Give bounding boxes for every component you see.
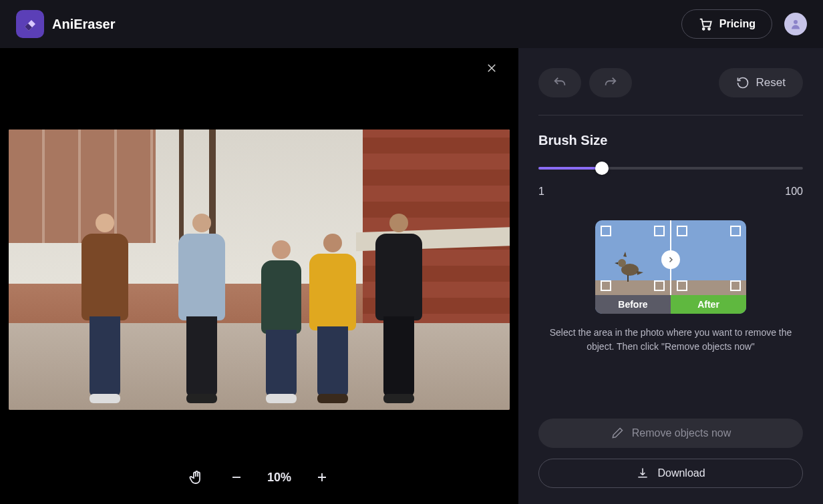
svg-point-4 bbox=[618, 259, 626, 267]
plus-icon bbox=[316, 471, 328, 483]
reset-icon bbox=[736, 76, 750, 89]
canvas-area: 10% bbox=[0, 48, 518, 504]
zoom-in-button[interactable] bbox=[313, 468, 331, 487]
before-label: Before bbox=[595, 295, 671, 314]
svg-rect-5 bbox=[627, 275, 629, 282]
download-icon bbox=[636, 467, 649, 480]
divider bbox=[538, 115, 803, 115]
redo-button[interactable] bbox=[589, 68, 632, 97]
hint-text: Select the area in the photo where you w… bbox=[538, 326, 803, 354]
chevron-right-icon bbox=[661, 250, 680, 269]
sidebar: Reset Brush Size 1 100 bbox=[518, 48, 823, 504]
slider-min: 1 bbox=[538, 186, 544, 198]
pricing-button[interactable]: Pricing bbox=[681, 9, 772, 39]
svg-point-2 bbox=[794, 20, 798, 24]
close-button[interactable] bbox=[484, 60, 500, 76]
undo-icon bbox=[552, 75, 567, 90]
zoom-out-button[interactable] bbox=[227, 468, 246, 487]
pricing-label: Pricing bbox=[719, 18, 756, 30]
slider-thumb[interactable] bbox=[595, 162, 609, 175]
before-after-demo: Before After bbox=[595, 220, 746, 314]
header-actions: Pricing bbox=[681, 9, 807, 39]
remove-objects-button[interactable]: Remove objects now bbox=[538, 419, 803, 448]
history-controls: Reset bbox=[538, 64, 803, 97]
slider-range-labels: 1 100 bbox=[538, 186, 803, 198]
redo-icon bbox=[603, 75, 618, 90]
cart-icon bbox=[698, 17, 713, 31]
user-avatar[interactable] bbox=[784, 13, 807, 35]
bottom-actions: Remove objects now Download bbox=[538, 419, 803, 488]
brush-size-title: Brush Size bbox=[538, 133, 803, 148]
bird-icon bbox=[614, 250, 647, 283]
app-header: AniEraser Pricing bbox=[0, 0, 823, 48]
slider-max: 100 bbox=[785, 186, 803, 198]
reset-label: Reset bbox=[756, 76, 786, 89]
svg-point-1 bbox=[708, 28, 710, 30]
main-layout: 10% bbox=[0, 48, 823, 504]
hand-icon bbox=[188, 469, 204, 485]
brand: AniEraser bbox=[16, 10, 116, 38]
svg-point-0 bbox=[703, 28, 705, 30]
after-label: After bbox=[671, 295, 746, 314]
eraser-icon bbox=[22, 16, 38, 32]
brand-name: AniEraser bbox=[52, 17, 116, 32]
undo-button[interactable] bbox=[538, 68, 581, 97]
canvas-topbar bbox=[0, 48, 518, 88]
zoom-toolbar: 10% bbox=[0, 451, 518, 504]
zoom-level: 10% bbox=[267, 471, 291, 485]
user-icon bbox=[790, 18, 802, 30]
app-logo bbox=[16, 10, 44, 38]
preview-image bbox=[9, 130, 510, 410]
close-icon bbox=[486, 62, 498, 74]
reset-button[interactable]: Reset bbox=[719, 68, 803, 97]
pan-tool-button[interactable] bbox=[187, 468, 206, 487]
remove-objects-label: Remove objects now bbox=[632, 427, 731, 439]
canvas-viewport[interactable] bbox=[0, 88, 518, 451]
eraser-icon bbox=[611, 427, 624, 440]
download-label: Download bbox=[657, 467, 705, 479]
minus-icon bbox=[230, 471, 242, 483]
brush-size-slider[interactable] bbox=[538, 160, 803, 176]
download-button[interactable]: Download bbox=[538, 459, 803, 488]
